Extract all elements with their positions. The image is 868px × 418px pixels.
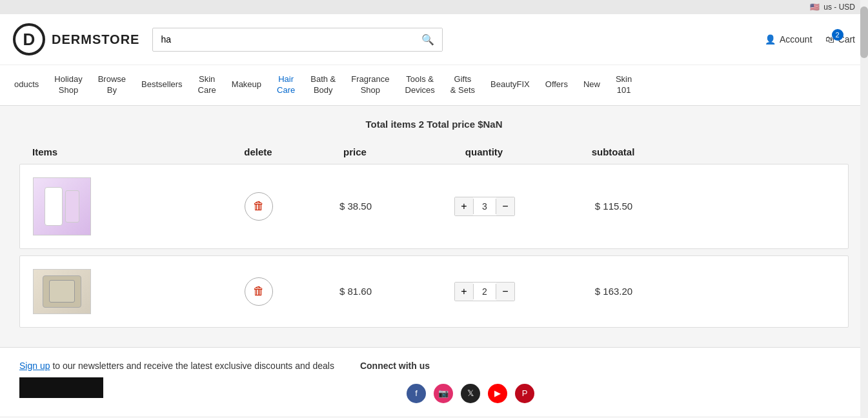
nav-item-tools[interactable]: Tools &Devices — [398, 65, 443, 105]
cart-item-1-subtotal-cell: $ 115.50 — [549, 201, 678, 212]
nav-item-bestsellers[interactable]: Bestsellers — [134, 70, 190, 99]
col-items: Items — [19, 146, 226, 157]
nav-item-beautyfix[interactable]: BeautyFIX — [483, 70, 538, 99]
facebook-icon[interactable]: f — [407, 384, 426, 403]
social-icons: f 📷 𝕏 ▶ P — [407, 384, 534, 403]
cart-item-1-delete-cell: 🗑 — [227, 192, 291, 221]
cart-row: 🗑 $ 81.60 + 2 − $ 163.20 — [19, 255, 849, 328]
nav-item-browse[interactable]: BrowseBy — [90, 65, 134, 105]
cart-item-1-price: $ 38.50 — [339, 201, 372, 212]
header: D DERMSTORE 🔍 👤 Account 2 🛍 Cart — [0, 14, 868, 65]
col-delete: delete — [226, 146, 290, 157]
nav-item-haircare[interactable]: HairCare — [269, 65, 303, 105]
nav-item-holiday[interactable]: HolidayShop — [46, 65, 90, 105]
product-image-1 — [33, 177, 91, 235]
twitter-icon[interactable]: 𝕏 — [461, 384, 480, 403]
cart-badge: 2 — [832, 29, 843, 41]
cart-item-1-price-cell: $ 38.50 — [291, 201, 420, 212]
connect-section: Connect with us — [360, 361, 430, 371]
youtube-icon[interactable]: ▶ — [488, 384, 507, 403]
scrollbar-track — [860, 0, 868, 416]
locale-label: us - USD — [823, 3, 855, 12]
header-actions: 👤 Account 2 🛍 Cart — [765, 34, 855, 45]
delete-button-2[interactable]: 🗑 — [245, 277, 273, 306]
cart-item-2-price-cell: $ 81.60 — [291, 286, 420, 297]
instagram-icon[interactable]: 📷 — [434, 384, 453, 403]
email-input-area — [19, 377, 103, 398]
qty-value-1: 3 — [473, 199, 496, 214]
footer-bottom: f 📷 𝕏 ▶ P — [19, 377, 849, 403]
nav-item-gifts[interactable]: Gifts& Sets — [443, 65, 483, 105]
cart-table-header: Items delete price quantity subtoatal — [19, 140, 849, 164]
main-content: Total items 2 Total price $NaN Items del… — [0, 106, 868, 347]
logo-icon: D — [13, 23, 45, 55]
newsletter-suffix: to our newsletters and receive the lates… — [52, 361, 334, 371]
cart-item-1-image-cell — [20, 177, 227, 235]
nav-item-fragrance[interactable]: FragranceShop — [343, 65, 397, 105]
footer-newsletter: Sign up to our newsletters and receive t… — [0, 347, 868, 416]
logo-area: D DERMSTORE — [13, 23, 139, 55]
cart-item-1-quantity-cell: + 3 − — [420, 197, 549, 216]
cart-item-1-subtotal: $ 115.50 — [595, 201, 632, 212]
signup-link[interactable]: Sign up — [19, 361, 50, 371]
nav-item-new[interactable]: New — [576, 70, 608, 99]
cart-item-2-quantity-cell: + 2 − — [420, 282, 549, 301]
pinterest-icon[interactable]: P — [515, 384, 534, 403]
cart-summary: Total items 2 Total price $NaN — [19, 119, 849, 130]
scrollbar-thumb[interactable] — [860, 6, 868, 58]
newsletter-text: Sign up to our newsletters and receive t… — [19, 361, 334, 371]
nav-item-offers[interactable]: Offers — [538, 70, 576, 99]
cart-item-2-subtotal: $ 163.20 — [595, 286, 632, 297]
qty-increase-2[interactable]: + — [455, 283, 473, 301]
qty-increase-1[interactable]: + — [455, 197, 473, 215]
connect-label: Connect with us — [360, 361, 430, 371]
search-bar: 🔍 — [152, 28, 443, 52]
newsletter-row: Sign up to our newsletters and receive t… — [19, 361, 849, 371]
col-price: price — [290, 146, 419, 157]
product-image-2 — [33, 269, 91, 314]
navigation: oducts HolidayShop BrowseBy Bestsellers … — [0, 65, 868, 106]
trash-icon-2: 🗑 — [253, 284, 265, 298]
trash-icon-1: 🗑 — [253, 199, 265, 213]
logo-text: DERMSTORE — [52, 32, 139, 47]
col-quantity: quantity — [419, 146, 549, 157]
nav-item-skincare[interactable]: SkinCare — [190, 65, 224, 105]
qty-decrease-1[interactable]: − — [496, 197, 514, 215]
qty-decrease-2[interactable]: − — [496, 283, 514, 301]
cart-row: 🗑 $ 38.50 + 3 − $ 115.50 — [19, 164, 849, 249]
cart-item-2-price: $ 81.60 — [339, 286, 372, 297]
delete-button-1[interactable]: 🗑 — [245, 192, 273, 221]
qty-value-2: 2 — [473, 284, 496, 299]
col-subtotal: subtoatal — [549, 146, 678, 157]
search-input[interactable] — [153, 29, 414, 50]
cart-item-2-subtotal-cell: $ 163.20 — [549, 286, 678, 297]
search-button[interactable]: 🔍 — [414, 28, 442, 51]
flag-icon: 🇺🇸 — [810, 3, 820, 12]
nav-item-makeup[interactable]: Makeup — [224, 70, 269, 99]
cart-button[interactable]: 2 🛍 Cart — [825, 34, 855, 45]
top-bar: 🇺🇸 us - USD — [0, 0, 868, 14]
nav-item-bathandbody[interactable]: Bath &Body — [303, 65, 343, 105]
account-button[interactable]: 👤 Account — [765, 34, 812, 45]
nav-item-products[interactable]: oducts — [6, 70, 46, 99]
cart-item-2-delete-cell: 🗑 — [227, 277, 291, 306]
cart-item-2-image-cell — [20, 269, 227, 314]
account-label: Account — [780, 34, 812, 45]
account-icon: 👤 — [765, 34, 776, 45]
nav-item-skin101[interactable]: Skin101 — [608, 65, 640, 105]
quantity-control-1: + 3 − — [454, 197, 515, 216]
quantity-control-2: + 2 − — [454, 282, 515, 301]
